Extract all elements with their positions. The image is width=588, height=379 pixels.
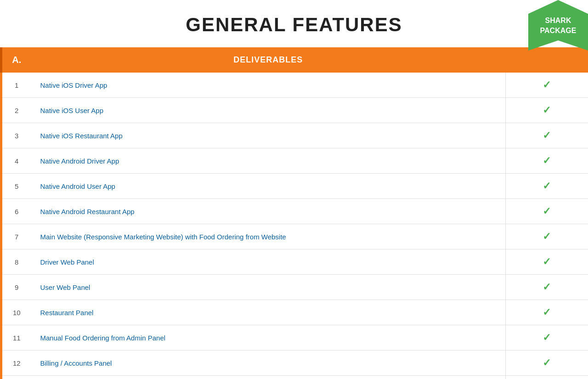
row-number: 7 [1,224,31,249]
check-icon: ✓ [543,357,551,368]
row-number: 10 [1,300,31,325]
check-icon: ✓ [543,231,551,242]
section-letter: A. [1,47,31,73]
table-row: 9User Web Panel✓ [1,275,588,300]
table-row: 1Native iOS Driver App✓ [1,73,588,98]
row-label: Native Android Restaurant App [31,199,506,224]
svg-marker-0 [528,0,588,51]
row-label: Native Android Driver App [31,148,506,174]
row-check: ✓ [505,174,588,199]
row-label: Native iOS Restaurant App [31,123,506,148]
row-number: 2 [1,98,31,123]
table-row: 8Driver Web Panel✓ [1,249,588,275]
shark-label-line1: SHARK [545,17,571,24]
row-number: 8 [1,249,31,275]
table-row: 10Restaurant Panel✓ [1,300,588,325]
check-icon: ✓ [543,205,551,217]
row-label: Billing / Accounts Panel [31,351,506,376]
table-row: 12Billing / Accounts Panel✓ [1,351,588,376]
table-row: 7Main Website (Responsive Marketing Webs… [1,224,588,249]
shark-badge-svg: SHARK PACKAGE [528,0,588,51]
features-table: A. DELIVERABLES 1Native iOS Driver App✓2… [0,47,588,379]
check-icon: ✓ [543,306,551,318]
section-title: DELIVERABLES [31,47,506,73]
shark-badge: SHARK PACKAGE [528,0,588,46]
row-check: ✓ [505,98,588,123]
table-row: 2Native iOS User App✓ [1,98,588,123]
row-check: ✓ [505,148,588,174]
table-body: 1Native iOS Driver App✓2Native iOS User … [1,73,588,379]
table-row: 13Administrator Panel✓ [1,376,588,379]
table-row: 6Native Android Restaurant App✓ [1,199,588,224]
check-icon: ✓ [543,256,551,267]
row-label: Manual Food Ordering from Admin Panel [31,325,506,351]
row-label: Main Website (Responsive Marketing Websi… [31,224,506,249]
page-container: SHARK PACKAGE GENERAL FEATURES A. DELIVE… [0,0,588,379]
page-title: GENERAL FEATURES [0,0,588,47]
row-number: 1 [1,73,31,98]
row-label: Restaurant Panel [31,300,506,325]
check-icon: ✓ [543,180,551,192]
row-number: 12 [1,351,31,376]
row-label: User Web Panel [31,275,506,300]
row-check: ✓ [505,73,588,98]
check-column-header [505,47,588,73]
check-icon: ✓ [543,79,551,91]
check-icon: ✓ [543,104,551,116]
check-icon: ✓ [543,332,551,343]
row-check: ✓ [505,300,588,325]
row-check: ✓ [505,199,588,224]
row-check: ✓ [505,275,588,300]
row-number: 5 [1,174,31,199]
check-icon: ✓ [543,281,551,293]
row-number: 3 [1,123,31,148]
row-label: Native iOS Driver App [31,73,506,98]
row-check: ✓ [505,325,588,351]
row-label: Native iOS User App [31,98,506,123]
table-row: 11Manual Food Ordering from Admin Panel✓ [1,325,588,351]
row-label: Driver Web Panel [31,249,506,275]
table-row: 4Native Android Driver App✓ [1,148,588,174]
row-number: 13 [1,376,31,379]
table-row: 3Native iOS Restaurant App✓ [1,123,588,148]
row-number: 6 [1,199,31,224]
shark-label-line2: PACKAGE [540,27,577,34]
row-check: ✓ [505,351,588,376]
row-check: ✓ [505,123,588,148]
table-row: 5Native Android User App✓ [1,174,588,199]
table-header-row: A. DELIVERABLES [1,47,588,73]
row-label: Administrator Panel [31,376,506,379]
check-icon: ✓ [543,130,551,141]
row-number: 9 [1,275,31,300]
row-number: 4 [1,148,31,174]
row-check: ✓ [505,249,588,275]
row-check: ✓ [505,376,588,379]
row-number: 11 [1,325,31,351]
row-label: Native Android User App [31,174,506,199]
check-icon: ✓ [543,155,551,166]
row-check: ✓ [505,224,588,249]
